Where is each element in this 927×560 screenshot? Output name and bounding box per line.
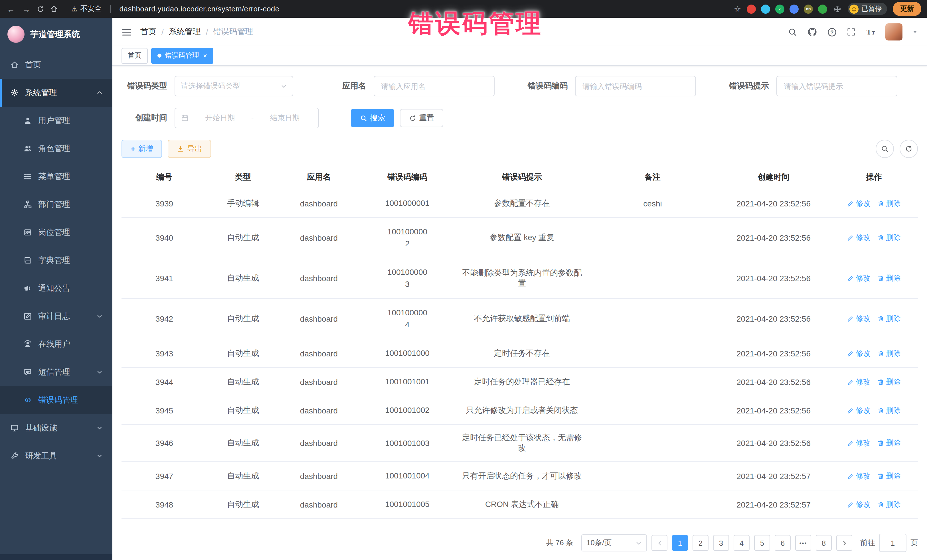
check-extension-icon[interactable]: ✓ [775, 4, 784, 14]
trash-icon [877, 234, 884, 241]
page-button-4[interactable]: 4 [734, 535, 749, 551]
chevron-right-icon [841, 540, 847, 546]
search-button[interactable]: 搜索 [351, 109, 394, 127]
on-badge-extension-icon[interactable]: on [804, 4, 813, 14]
security-indicator[interactable]: ⚠ 不安全 [71, 4, 102, 14]
sidebar-item-home[interactable]: 首页 [0, 51, 112, 79]
reset-button[interactable]: 重置 [400, 109, 443, 127]
sidebar-item-errcode[interactable]: 错误码管理 [0, 386, 112, 414]
drop-extension-icon[interactable] [761, 4, 770, 14]
back-icon[interactable]: ← [6, 4, 16, 14]
user-avatar[interactable] [885, 23, 903, 41]
delete-link[interactable]: 删除 [877, 314, 901, 324]
delete-link[interactable]: 删除 [877, 348, 901, 358]
reload-icon[interactable] [36, 5, 44, 13]
prev-page-button[interactable] [652, 535, 667, 551]
page-button-3[interactable]: 3 [713, 535, 729, 551]
refresh-table-button[interactable] [900, 140, 918, 158]
sidebar-item-notice[interactable]: 通知公告 [0, 274, 112, 302]
help-icon[interactable]: ? [827, 27, 837, 37]
app-logo[interactable]: 芋道管理系统 [0, 18, 112, 51]
add-button[interactable]: + 新增 [122, 140, 162, 158]
sidebar-item-dict[interactable]: 字典管理 [0, 246, 112, 274]
sidebar-item-posts[interactable]: 岗位管理 [0, 219, 112, 246]
export-button[interactable]: 导出 [168, 140, 211, 158]
toggle-search-button[interactable] [876, 140, 894, 158]
url-text[interactable]: dashboard.yudao.iocoder.cn/system/error-… [120, 5, 280, 13]
edit-link[interactable]: 修改 [847, 198, 871, 208]
sidebar-item-system[interactable]: 系统管理 [0, 79, 112, 107]
page-button-6[interactable]: 6 [775, 535, 791, 551]
date-range-picker[interactable]: 开始日期 - 结束日期 [175, 108, 319, 128]
breadcrumb-separator: / [161, 27, 164, 36]
edit-link[interactable]: 修改 [847, 377, 871, 387]
profile-chip[interactable]: ☺ 已暂停 [848, 3, 887, 15]
chevron-down-icon[interactable] [912, 29, 918, 35]
sidebar-item-devtools[interactable]: 研发工具 [0, 442, 112, 470]
sidebar-item-users[interactable]: 用户管理 [0, 107, 112, 135]
page-button-1[interactable]: 1 [672, 535, 688, 551]
record-extension-icon[interactable] [747, 4, 756, 14]
delete-link[interactable]: 删除 [877, 377, 901, 387]
edit-link[interactable]: 修改 [847, 499, 871, 510]
tab-close-icon[interactable]: × [203, 52, 207, 59]
total-count: 共 76 条 [546, 538, 573, 548]
edit-link[interactable]: 修改 [847, 273, 871, 284]
delete-link[interactable]: 删除 [877, 198, 901, 208]
cell-app: dashboard [279, 425, 359, 461]
people-extension-icon[interactable] [790, 4, 799, 14]
edit-link[interactable]: 修改 [847, 438, 871, 448]
cell-app: dashboard [279, 367, 359, 396]
sidebar-item-infra[interactable]: 基础设施 [0, 414, 112, 442]
edit-link[interactable]: 修改 [847, 348, 871, 358]
github-icon[interactable] [807, 27, 818, 37]
cell-hint: CRON 表达式不正确 [456, 490, 588, 519]
error-code-input[interactable] [575, 76, 696, 96]
sidebar-item-depts[interactable]: 部门管理 [0, 190, 112, 219]
page-button-8[interactable]: 8 [816, 535, 832, 551]
breadcrumb-item[interactable]: 系统管理 [169, 27, 201, 37]
page-size-select[interactable]: 10条/页 [581, 534, 647, 551]
home-icon [10, 61, 20, 69]
sidebar-item-roles[interactable]: 角色管理 [0, 135, 112, 162]
sidebar-item-online[interactable]: 在线用户 [0, 330, 112, 358]
edit-link[interactable]: 修改 [847, 471, 871, 481]
tab-首页[interactable]: 首页 [122, 48, 148, 64]
puzzle-extensions-icon[interactable] [833, 4, 842, 14]
app-name-input[interactable] [374, 76, 495, 96]
forward-icon[interactable]: → [21, 4, 31, 14]
hamburger-icon[interactable] [122, 28, 132, 36]
page-button-5[interactable]: 5 [754, 535, 770, 551]
browser-update-button[interactable]: 更新 [893, 2, 921, 16]
delete-link[interactable]: 删除 [877, 233, 901, 243]
delete-link[interactable]: 删除 [877, 405, 901, 416]
error-hint-input[interactable] [777, 76, 897, 96]
pagination: 共 76 条 10条/页 123456•••8 前往 页 [122, 534, 918, 552]
delete-link[interactable]: 删除 [877, 499, 901, 510]
error-type-select[interactable]: 请选择错误码类型 [175, 76, 293, 96]
delete-link[interactable]: 删除 [877, 273, 901, 284]
delete-link[interactable]: 删除 [877, 471, 901, 481]
edit-link[interactable]: 修改 [847, 314, 871, 324]
edit-link[interactable]: 修改 [847, 233, 871, 243]
home-icon[interactable] [50, 5, 58, 13]
pencil-icon [847, 440, 854, 446]
paw-extension-icon[interactable] [818, 4, 827, 14]
sidebar-item-sms[interactable]: 短信管理 [0, 358, 112, 386]
breadcrumb-item[interactable]: 首页 [140, 27, 156, 37]
tab-错误码管理[interactable]: 错误码管理× [151, 48, 213, 64]
sidebar-item-menus[interactable]: 菜单管理 [0, 162, 112, 190]
sidebar-item-audit[interactable]: 审计日志 [0, 302, 112, 330]
pager-more-button[interactable]: ••• [795, 535, 811, 551]
next-page-button[interactable] [836, 535, 852, 551]
cell-time: 2021-04-20 23:52:57 [717, 461, 830, 490]
goto-page-input[interactable] [879, 534, 906, 552]
bookmark-star-icon[interactable]: ☆ [734, 4, 741, 14]
font-size-icon[interactable]: TT [865, 27, 876, 36]
page-button-2[interactable]: 2 [693, 535, 708, 551]
search-icon[interactable] [788, 27, 798, 37]
fullscreen-icon[interactable] [846, 27, 856, 36]
edit-link[interactable]: 修改 [847, 405, 871, 416]
delete-link[interactable]: 删除 [877, 438, 901, 448]
cell-operations: 修改删除 [830, 217, 918, 258]
